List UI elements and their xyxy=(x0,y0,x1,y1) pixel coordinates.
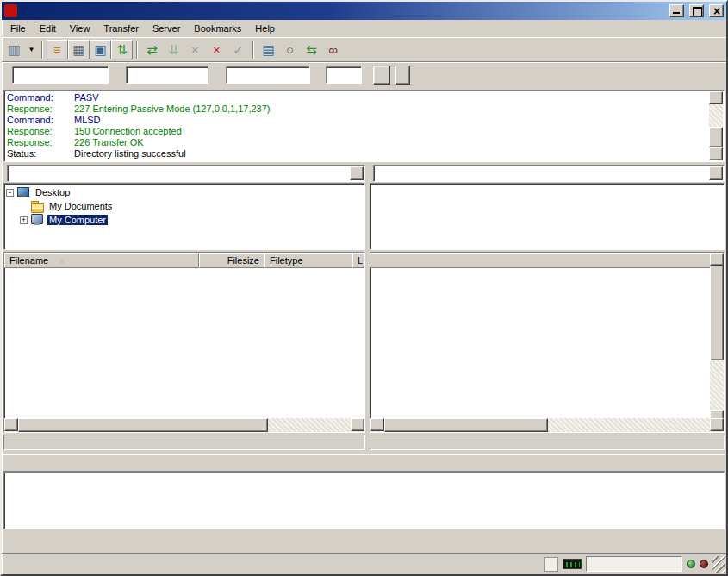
column-header[interactable]: Filesize xyxy=(199,253,264,268)
tree-item[interactable]: -Desktop xyxy=(6,185,363,199)
chevron-down-icon[interactable] xyxy=(350,166,364,180)
menu-item[interactable]: File xyxy=(3,21,33,36)
close-button[interactable] xyxy=(709,4,724,17)
toolbar-icon: ⇆ xyxy=(306,43,317,56)
scroll-left-icon[interactable] xyxy=(370,418,384,431)
tree-item-label: My Documents xyxy=(47,201,114,211)
scroll-right-icon[interactable] xyxy=(351,418,364,431)
desktop-icon xyxy=(16,186,31,198)
sitemanager-button[interactable]: ▥ xyxy=(3,40,25,59)
log-line-label: Status: xyxy=(7,148,74,160)
sitemanager-dropdown[interactable]: ▼ xyxy=(25,40,38,59)
queue-body[interactable] xyxy=(3,472,725,529)
scrollbar-thumb[interactable] xyxy=(18,418,268,432)
process-queue-button[interactable]: ⇊ xyxy=(163,40,184,59)
host-input[interactable] xyxy=(12,66,109,84)
toggle-local-tree-button[interactable]: ▦ xyxy=(68,40,90,59)
tree-item-label: Desktop xyxy=(34,187,72,197)
expander-icon[interactable]: + xyxy=(20,216,28,224)
speedlimit-icon[interactable] xyxy=(563,559,582,569)
scrollbar-thumb[interactable] xyxy=(384,418,548,432)
log-line-text: Directory listing successful xyxy=(74,148,186,159)
scrollbar-thumb[interactable] xyxy=(709,127,723,147)
transfertype-icon[interactable] xyxy=(544,557,558,572)
toolbar-separator xyxy=(136,41,138,59)
scroll-up-icon[interactable] xyxy=(709,91,723,104)
column-header[interactable]: Filetype xyxy=(264,253,352,268)
led-green-icon xyxy=(687,560,695,568)
port-input[interactable] xyxy=(326,66,362,84)
menu-item[interactable]: Server xyxy=(146,21,187,36)
quickconnect-dropdown[interactable] xyxy=(395,66,410,85)
remote-status xyxy=(370,435,725,450)
log-line: Response:227 Entering Passive Mode (127,… xyxy=(7,103,706,115)
toggle-log-button[interactable]: ≡ xyxy=(47,40,68,59)
titlebar xyxy=(2,2,726,20)
tree-item[interactable]: +My Computer xyxy=(6,213,363,227)
column-header[interactable]: Filename xyxy=(4,253,199,268)
toolbar-icon: ⇊ xyxy=(168,43,179,56)
find-button[interactable]: ∞ xyxy=(322,40,344,59)
remote-site-combo[interactable] xyxy=(373,165,725,182)
remote-vscrollbar[interactable] xyxy=(710,253,724,423)
log-line: Command:PASV xyxy=(7,92,706,103)
log-line-text: PASV xyxy=(74,92,99,103)
local-site-combo[interactable] xyxy=(7,165,365,182)
computer-icon xyxy=(30,214,45,226)
remote-rows xyxy=(370,268,724,418)
queue-status-field xyxy=(586,556,682,572)
compare-button[interactable]: ○ xyxy=(279,40,301,59)
remote-hscrollbar[interactable] xyxy=(370,418,724,432)
log-line-label: Response: xyxy=(7,126,74,137)
scrollbar-thumb[interactable] xyxy=(710,266,724,360)
toggle-queue-button[interactable]: ⇅ xyxy=(111,40,133,59)
scroll-down-icon[interactable] xyxy=(709,147,723,160)
username-input[interactable] xyxy=(126,66,208,84)
resize-grip[interactable] xyxy=(712,556,725,573)
log-line: Response:226 Transfer OK xyxy=(7,137,706,148)
scroll-right-icon[interactable] xyxy=(710,418,724,431)
menu-item[interactable]: Edit xyxy=(33,21,63,36)
refresh-button[interactable]: ⇄ xyxy=(141,40,163,59)
toolbar-icon: ▦ xyxy=(72,43,84,56)
scroll-left-icon[interactable] xyxy=(4,418,18,431)
toolbar-icon: ○ xyxy=(286,43,294,56)
quickconnect-button[interactable] xyxy=(373,66,390,85)
header-filler xyxy=(3,454,725,472)
password-input[interactable] xyxy=(226,66,310,84)
log-line-label: Response: xyxy=(7,137,74,148)
disconnect-button[interactable]: × xyxy=(206,40,227,59)
maximize-button[interactable] xyxy=(689,4,704,17)
toggle-remote-tree-button[interactable]: ▣ xyxy=(90,40,111,59)
mydocs-icon xyxy=(30,200,45,212)
minimize-button[interactable] xyxy=(669,4,684,17)
scroll-up-icon[interactable] xyxy=(710,253,724,266)
chevron-down-icon[interactable] xyxy=(709,166,723,180)
toolbar-icon: ▤ xyxy=(262,43,274,56)
menu-item[interactable]: Help xyxy=(248,21,282,36)
quickconnect-bar xyxy=(2,61,726,88)
filter-button[interactable]: ▤ xyxy=(258,40,279,59)
menu-item[interactable]: View xyxy=(63,21,97,36)
log-line-text: 150 Connection accepted xyxy=(74,126,182,136)
log-scrollbar[interactable] xyxy=(709,91,723,160)
expander-icon[interactable]: - xyxy=(6,189,14,197)
menu-item[interactable]: Bookmarks xyxy=(187,21,248,36)
log-line-label: Command: xyxy=(7,115,74,126)
statusbar xyxy=(2,553,726,574)
toolbar-icon: ∞ xyxy=(328,43,338,56)
menu-item[interactable]: Transfer xyxy=(96,21,146,36)
column-header[interactable]: L xyxy=(352,253,364,268)
toolbar-icon: ▥ xyxy=(8,43,20,56)
synchronized-browsing-button[interactable]: ⇆ xyxy=(301,40,322,59)
app-icon[interactable] xyxy=(4,4,17,17)
tree-item-label: My Computer xyxy=(47,215,108,225)
toolbar-icon: ≡ xyxy=(53,43,61,56)
toolbar-icon: ⇄ xyxy=(146,43,158,56)
tree-item[interactable]: My Documents xyxy=(6,199,363,213)
toolbar-separator xyxy=(41,41,43,59)
local-tree: -DesktopMy Documents+My Computer xyxy=(3,183,365,250)
cancel-button[interactable]: × xyxy=(184,40,206,59)
local-hscrollbar[interactable] xyxy=(4,418,364,432)
reconnect-button[interactable]: ✓ xyxy=(227,40,249,59)
